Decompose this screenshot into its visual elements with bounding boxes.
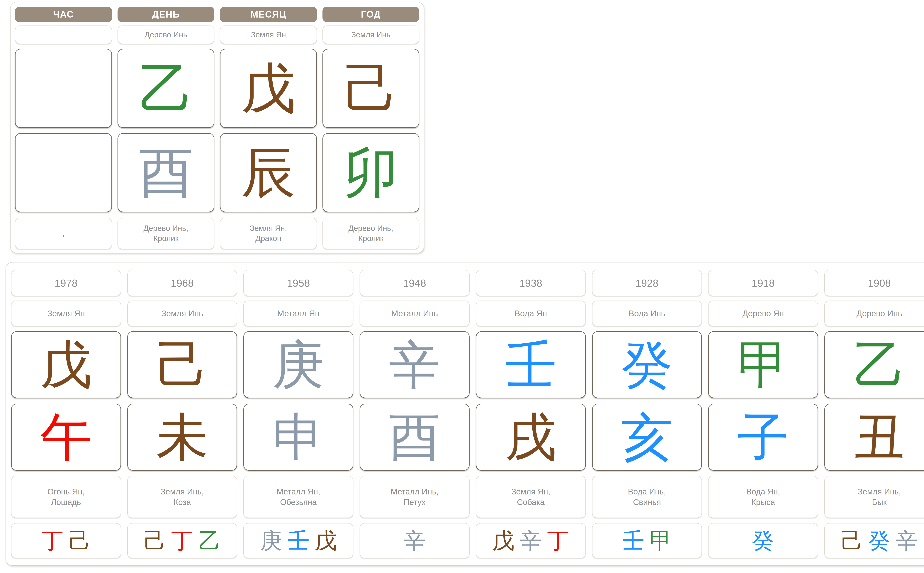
year-value-box[interactable]: 1958 (243, 270, 353, 296)
hidden-stems-box: 辛 (360, 523, 469, 558)
hidden-stem-character: 己 (841, 529, 863, 552)
hidden-stem-character: 癸 (868, 529, 890, 552)
year-value-box[interactable]: 1938 (476, 270, 586, 296)
animal-label-line1: Земля Ян, (511, 486, 550, 497)
year-animal-label: Металл Инь, Петух (360, 476, 469, 518)
pillar-element-label: Земля Ян (220, 25, 317, 44)
year-value-box[interactable]: 1978 (11, 270, 121, 296)
year-cycle-column: 1938 Вода Ян 壬 戌 Земля Ян, Собака 戊辛丁 (476, 263, 586, 565)
year-animal-label: Металл Ян, Обезьяна (243, 476, 353, 518)
hidden-stems-box: 己丁乙 (127, 523, 237, 558)
year-branch-box: 未 (127, 404, 237, 471)
pillar-header-button[interactable]: ЧАС (15, 7, 112, 22)
stem-character: 己 (344, 61, 398, 116)
animal-label-line1: Земля Инь, (161, 486, 204, 497)
animal-label-line2: Собака (517, 497, 545, 507)
year-value-box[interactable]: 1908 (824, 270, 924, 296)
animal-label-line2: Кролик (153, 233, 178, 244)
pillar-header-button[interactable]: ДЕНЬ (117, 7, 214, 22)
year-element-label: Металл Инь (360, 301, 469, 326)
natal-pillar-column: МЕСЯЦ Земля Ян 戊 辰 Земля Ян, Дракон (220, 2, 317, 253)
pillar-header-button[interactable]: ГОД (322, 7, 419, 22)
stem-character: 己 (156, 339, 208, 391)
year-value-box[interactable]: 1968 (127, 270, 237, 296)
year-stem-box: 戊 (11, 331, 121, 398)
year-value-box[interactable]: 1928 (592, 270, 702, 296)
natal-pillar-column: ГОД Земля Инь 己 卯 Дерево Инь, Кролик (322, 2, 419, 253)
pillar-element-label: Дерево Инь (117, 25, 214, 44)
branch-character: 子 (737, 411, 789, 463)
animal-label-line2: Петух (403, 497, 425, 507)
branch-character: 亥 (621, 411, 673, 463)
animal-label-line2: Свинья (633, 497, 661, 507)
animal-label-line1: Земля Ян, (250, 223, 287, 233)
year-stem-box: 甲 (708, 331, 818, 398)
year-stem-box: 己 (127, 331, 237, 398)
animal-label-line2: Дракон (255, 233, 281, 244)
pillar-header-button[interactable]: МЕСЯЦ (220, 7, 317, 22)
stem-character: 乙 (139, 61, 193, 116)
animal-label-line2: Бык (872, 497, 886, 507)
animal-label-line1: Огонь Ян, (47, 486, 85, 497)
hidden-stem-character: 丁 (41, 529, 63, 552)
hidden-stems-box: 己癸辛 (824, 523, 924, 558)
stem-character: 癸 (621, 339, 673, 391)
branch-character: 丑 (854, 411, 905, 463)
year-stem-box: 壬 (476, 331, 586, 398)
year-columns-row: 1978 Земля Ян 戊 午 Огонь Ян, Лошадь 丁己 19… (6, 263, 924, 565)
bazi-chart-page: ЧАС , ДЕНЬ Дерево Инь 乙 酉 Дерево Инь, Кр… (0, 0, 924, 573)
natal-chart-panel: ЧАС , ДЕНЬ Дерево Инь 乙 酉 Дерево Инь, Кр… (10, 2, 424, 253)
hidden-stem-character: 己 (69, 529, 91, 552)
stem-character: 辛 (389, 339, 440, 391)
stem-character: 乙 (854, 339, 905, 391)
branch-character: 辰 (241, 146, 295, 200)
branch-character: 酉 (139, 146, 193, 200)
branch-character: 酉 (389, 411, 440, 463)
year-element-label: Вода Инь (592, 301, 702, 326)
year-stem-box: 辛 (360, 331, 469, 398)
pillar-animal-label: Земля Ян, Дракон (220, 218, 317, 249)
year-branch-box: 午 (11, 404, 121, 471)
animal-label-line1: Дерево Инь, (144, 223, 188, 233)
natal-pillar-column: ЧАС , (15, 2, 112, 253)
hidden-stem-character: 辛 (403, 529, 425, 552)
year-stem-box: 癸 (592, 331, 702, 398)
animal-label-line2: Обезьяна (280, 497, 317, 507)
pillar-stem-box: 乙 (117, 49, 214, 128)
stem-character: 壬 (505, 339, 557, 391)
pillar-animal-label: Дерево Инь, Кролик (117, 218, 214, 249)
hidden-stem-character: 戊 (492, 529, 514, 552)
hidden-stem-character: 丁 (547, 529, 569, 552)
animal-label-line2: Коза (174, 497, 191, 507)
hidden-stems-box: 癸 (708, 523, 818, 558)
pillar-branch-box: 酉 (117, 133, 214, 212)
hidden-stems-box: 壬甲 (592, 523, 702, 558)
stem-character: 戊 (241, 61, 295, 116)
animal-label-line2: Крыса (751, 497, 775, 507)
animal-label-line1: Земля Инь, (858, 486, 901, 497)
year-element-label: Дерево Ян (708, 301, 818, 326)
hidden-stems-box: 丁己 (11, 523, 121, 558)
pillar-animal-label: , (15, 218, 112, 249)
year-value-box[interactable]: 1918 (708, 270, 818, 296)
hidden-stems-box: 戊辛丁 (476, 523, 586, 558)
pillar-stem-box (15, 49, 112, 128)
branch-character: 午 (40, 411, 92, 463)
year-branch-box: 酉 (360, 404, 469, 471)
animal-label-line1: Металл Инь, (391, 486, 439, 497)
pillar-stem-box: 己 (322, 49, 419, 128)
year-stem-box: 庚 (243, 331, 353, 398)
hidden-stems-box: 庚壬戊 (243, 523, 353, 558)
year-value-box[interactable]: 1948 (360, 270, 469, 296)
year-animal-label: Вода Инь, Свинья (592, 476, 702, 518)
year-animal-label: Огонь Ян, Лошадь (11, 476, 121, 518)
year-animal-label: Земля Инь, Бык (824, 476, 924, 518)
hidden-stem-character: 甲 (650, 529, 672, 552)
pillar-element-label (15, 25, 112, 44)
hidden-stem-character: 壬 (622, 529, 644, 552)
hidden-stem-character: 壬 (288, 529, 310, 552)
natal-pillar-column: ДЕНЬ Дерево Инь 乙 酉 Дерево Инь, Кролик (117, 2, 214, 253)
year-cycle-column: 1958 Металл Ян 庚 申 Металл Ян, Обезьяна 庚… (243, 263, 353, 565)
pillar-element-label: Земля Инь (322, 25, 419, 44)
hidden-stem-character: 庚 (260, 529, 282, 552)
